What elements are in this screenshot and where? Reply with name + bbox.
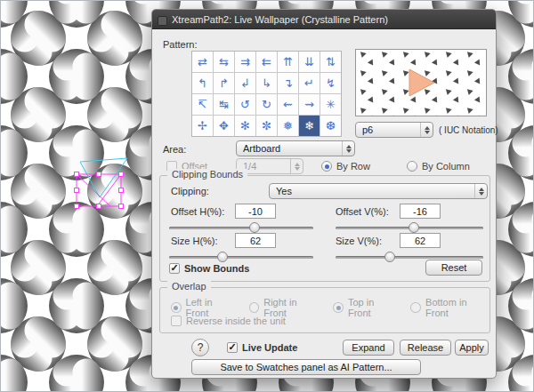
size-v-label: Size V(%):	[336, 236, 382, 246]
selection-handles[interactable]	[75, 172, 124, 209]
clipping-bounds-group: Clipping Bounds Clipping: Yes Offset H(%…	[159, 175, 490, 282]
overlap-radio-label: Bottom in Front	[425, 297, 490, 318]
pattern-swatch[interactable]: ↸	[192, 94, 213, 115]
offset-h-slider[interactable]	[169, 222, 313, 233]
pattern-preview-image	[356, 50, 486, 116]
by-column-radio[interactable]: By Column	[407, 161, 470, 172]
pattern-swatch[interactable]: ↱	[214, 73, 234, 93]
radio-icon	[410, 302, 421, 313]
radio-icon	[249, 302, 260, 313]
offset-fraction-value: 1/4	[243, 161, 290, 172]
reset-button[interactable]: Reset	[425, 260, 482, 276]
window-close-button[interactable]	[158, 16, 167, 26]
pattern-swatch[interactable]: ✼	[256, 116, 277, 136]
clipping-dropdown[interactable]: Yes	[269, 183, 488, 199]
live-update-checkbox[interactable]: Live Update	[227, 342, 297, 353]
pattern-swatch[interactable]: ↹	[214, 94, 234, 115]
overlap-radio-label: Top in Front	[348, 297, 398, 318]
overlap-radio-bottom-in-front[interactable]: Bottom in Front	[410, 297, 490, 318]
checkbox-icon	[171, 316, 182, 326]
live-update-label: Live Update	[242, 342, 297, 353]
area-dropdown[interactable]: Artboard	[236, 140, 355, 156]
overlap-group: Overlap Left in FrontRight in FrontTop i…	[159, 287, 490, 333]
radio-icon	[171, 302, 182, 313]
by-row-radio[interactable]: By Row	[321, 161, 370, 172]
selection-bounding-box[interactable]	[77, 174, 121, 206]
slider-thumb[interactable]	[384, 252, 395, 262]
size-h-input[interactable]	[235, 233, 276, 248]
pattern-swatch[interactable]: ❆	[320, 116, 341, 136]
pattern-swatch[interactable]: ↯	[320, 73, 341, 93]
dialog-title: XtreamPath2: Live Wallpaper (Crystalline…	[172, 14, 388, 25]
pattern-swatch[interactable]: ⇉	[235, 52, 255, 72]
area-label: Area:	[163, 144, 186, 155]
size-h-label: Size H(%):	[171, 236, 218, 246]
pattern-swatch[interactable]: ✥	[214, 116, 234, 136]
pattern-preview	[355, 49, 487, 116]
pattern-swatch[interactable]: ↴	[278, 73, 298, 93]
reverse-inside-unit-label: Reverse inside the unit	[186, 316, 286, 326]
show-bounds-checkbox[interactable]: Show Bounds	[169, 263, 249, 274]
pattern-swatch[interactable]: ↵	[299, 73, 320, 93]
pattern-swatch[interactable]: ✳	[320, 94, 341, 115]
help-button[interactable]: ?	[191, 339, 209, 356]
pattern-swatch[interactable]: ⇜	[278, 94, 298, 115]
pattern-swatch[interactable]: ↻	[256, 94, 277, 115]
popup-arrows-icon	[420, 123, 433, 137]
pattern-swatch[interactable]: ❄	[299, 116, 320, 136]
dialog-title-bar[interactable]: XtreamPath2: Live Wallpaper (Crystalline…	[152, 10, 496, 29]
slider-track	[336, 256, 483, 259]
slider-thumb[interactable]	[409, 222, 419, 233]
popup-arrows-icon	[342, 141, 354, 156]
apply-button[interactable]: Apply	[455, 340, 489, 356]
pattern-swatch[interactable]: ↺	[235, 94, 255, 115]
pattern-swatch[interactable]: ✢	[192, 116, 213, 136]
pattern-swatch[interactable]: ⇝	[299, 94, 320, 115]
pattern-swatch[interactable]: ⇄	[192, 52, 213, 72]
pattern-swatch[interactable]: ⇆	[214, 52, 234, 72]
show-bounds-label: Show Bounds	[184, 263, 249, 274]
offset-v-label: Offset V(%):	[336, 206, 389, 217]
clipping-label: Clipping:	[171, 186, 209, 196]
pattern-swatch[interactable]: ⇅	[320, 52, 341, 72]
size-h-slider[interactable]	[169, 252, 313, 262]
pattern-swatch[interactable]: ⇈	[278, 52, 298, 72]
slider-track	[169, 256, 313, 259]
offset-v-slider[interactable]	[336, 222, 483, 233]
pattern-swatch[interactable]: ⇊	[299, 52, 320, 72]
slider-thumb[interactable]	[217, 252, 228, 262]
popup-arrows-icon	[290, 159, 303, 173]
by-column-label: By Column	[422, 161, 470, 172]
radio-icon	[321, 161, 332, 172]
expand-button[interactable]: Expand	[343, 340, 394, 356]
selected-object[interactable]	[69, 151, 135, 217]
pattern-swatch[interactable]: ❅	[278, 116, 298, 136]
offset-v-input[interactable]	[400, 204, 441, 219]
slider-thumb[interactable]	[249, 222, 260, 233]
offset-h-input[interactable]	[235, 204, 276, 219]
pattern-swatch[interactable]: ⇇	[256, 52, 277, 72]
slider-track	[169, 227, 313, 229]
checkbox-icon	[227, 342, 238, 353]
path-segments-magenta	[77, 174, 121, 206]
notation-dropdown[interactable]: p6	[355, 122, 433, 138]
overlap-radio-top-in-front[interactable]: Top in Front	[333, 297, 397, 318]
save-to-swatches-button[interactable]: Save to Swatches panel as AI Pattern...	[191, 359, 421, 375]
pattern-swatch[interactable]: ✻	[235, 116, 255, 136]
pattern-swatch[interactable]: ↳	[256, 73, 277, 93]
popup-arrows-icon	[474, 184, 487, 198]
area-dropdown-value: Artboard	[243, 143, 342, 154]
pattern-label: Pattern:	[163, 39, 198, 50]
pattern-grid: ⇄⇆⇉⇇⇈⇊⇅↰↱↲↳↴↵↯↸↹↺↻⇜⇝✳✢✥✻✼❅❄❆	[191, 51, 342, 137]
pattern-swatch[interactable]: ↲	[235, 73, 255, 93]
checkbox-icon	[169, 263, 180, 274]
by-row-label: By Row	[336, 161, 370, 172]
live-wallpaper-dialog: XtreamPath2: Live Wallpaper (Crystalline…	[151, 9, 497, 379]
release-button[interactable]: Release	[400, 340, 451, 356]
pattern-swatch[interactable]: ↰	[192, 73, 213, 93]
size-v-input[interactable]	[400, 233, 441, 248]
offset-h-label: Offset H(%):	[171, 206, 224, 217]
reverse-inside-unit-checkbox[interactable]: Reverse inside the unit	[171, 316, 286, 326]
notation-dropdown-value: p6	[362, 124, 420, 135]
clipping-dropdown-value: Yes	[276, 186, 474, 196]
